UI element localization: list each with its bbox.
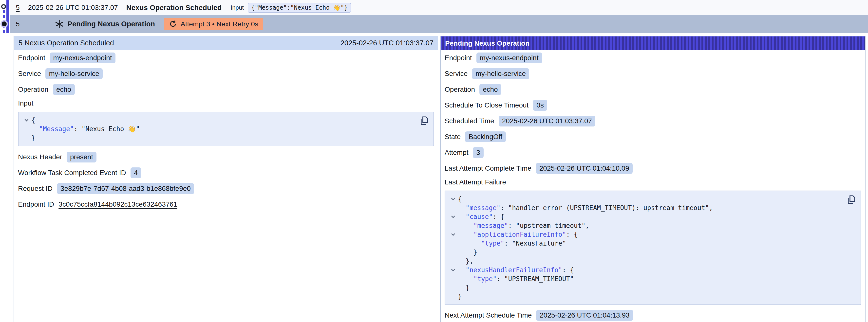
code-gutter [448, 221, 458, 230]
code-line: }, [458, 257, 473, 265]
field-label: Service [444, 70, 468, 78]
field-value-badge: my-hello-service [472, 68, 529, 79]
field-row: State BackingOff [444, 129, 865, 145]
collapse-chevron-icon[interactable] [451, 214, 455, 218]
code-gutter [448, 239, 458, 248]
copy-icon [846, 195, 857, 205]
code-line: } [458, 283, 469, 292]
event-id-link[interactable]: 5 [16, 20, 20, 28]
field-row: Nexus Header present [18, 149, 438, 165]
code-line: "applicationFailureInfo": { [458, 230, 578, 239]
code-line: "type": "UPSTREAM_TIMEOUT" [458, 275, 574, 283]
field-row: Request ID 3e829b7e-7d67-4b08-aad3-b1e86… [18, 181, 438, 196]
field-label: Last Attempt Complete Time [444, 164, 531, 172]
field-label: Endpoint ID [18, 200, 54, 208]
code-gutter [448, 283, 458, 292]
field-label: Endpoint [18, 54, 45, 62]
field-row: Next Attempt Schedule Time 2025-02-26 UT… [444, 308, 865, 322]
code-gutter [448, 257, 458, 265]
code-gutter [448, 195, 458, 203]
code-line: "nexusHandlerFailureInfo": { [458, 265, 574, 275]
retry-status-badge: Attempt 3 • Next Retry 0s [164, 18, 263, 30]
event-row-scheduled[interactable]: 5 2025-02-26 UTC 01:03:37.07 Nexus Opera… [10, 0, 868, 15]
collapse-chevron-icon[interactable] [24, 117, 28, 121]
code-gutter [22, 133, 31, 142]
code-line: } [31, 133, 35, 142]
code-line: "message": "upstream timeout", [458, 221, 589, 230]
pending-asterisk-icon [54, 19, 64, 29]
field-label: Next Attempt Schedule Time [444, 312, 532, 319]
failure-section-label-row: Last Attempt Failure [444, 176, 865, 188]
field-label: Nexus Header [18, 153, 62, 161]
field-label: Operation [18, 86, 49, 93]
event-id-link[interactable]: 5 [16, 4, 20, 11]
failure-json-viewer: { "message": "handler error (UPSTREAM_TI… [444, 191, 861, 305]
code-line: "type": "NexusFailure" [458, 239, 566, 248]
field-label: Scheduled Time [444, 117, 494, 125]
endpoint-id-link[interactable]: 3c0c75ccfa8144b092c13ce632463761 [59, 200, 177, 208]
field-row: Workflow Task Completed Event ID 4 [18, 165, 438, 181]
scheduled-panel-timestamp: 2025-02-26 UTC 01:03:37.07 [340, 39, 434, 47]
field-row: Service my-hello-service [18, 66, 438, 82]
field-label: Schedule To Close Timeout [444, 101, 528, 109]
field-label: Endpoint [444, 54, 472, 62]
field-value-badge: BackingOff [465, 131, 505, 142]
field-label: Service [18, 70, 41, 78]
timeline-event-dot-filled [2, 22, 7, 26]
retry-badge-label: Attempt 3 • Next Retry 0s [181, 20, 258, 28]
code-gutter [448, 248, 458, 257]
field-row: Endpoint my-nexus-endpoint [444, 50, 865, 66]
pending-panel-title: Pending Nexus Operation [445, 39, 529, 47]
field-value-badge: 2025-02-26 UTC 01:04:13.93 [536, 310, 633, 321]
input-json-viewer: { "Message": "Nexus Echo 👋"} [18, 112, 434, 146]
event-detail-panels: 5 Nexus Operation Scheduled 2025-02-26 U… [13, 36, 866, 322]
code-line: { [458, 195, 462, 203]
collapse-chevron-icon[interactable] [451, 196, 455, 200]
code-line: "message": "handler error (UPSTREAM_TIME… [458, 203, 713, 212]
failure-section-label: Last Attempt Failure [444, 178, 506, 186]
field-label: Operation [444, 86, 475, 93]
code-gutter [448, 230, 458, 239]
field-label: State [444, 133, 461, 141]
field-value-badge: my-hello-service [45, 68, 103, 79]
field-row: Schedule To Close Timeout 0s [444, 97, 865, 113]
code-gutter [448, 212, 458, 221]
timeline-event-dot-open [1, 4, 6, 9]
scheduled-detail-panel: 5 Nexus Operation Scheduled 2025-02-26 U… [13, 36, 438, 322]
field-value-badge: echo [479, 84, 501, 95]
retry-icon [169, 20, 177, 28]
field-row: Scheduled Time 2025-02-26 UTC 01:03:37.0… [444, 113, 865, 129]
field-row: Operation echo [18, 82, 438, 97]
copy-button[interactable] [846, 195, 857, 205]
field-value-badge: 2025-02-26 UTC 01:03:37.07 [499, 116, 595, 127]
code-gutter [448, 275, 458, 283]
event-title: Nexus Operation Scheduled [126, 4, 222, 12]
input-section-label: Input [18, 99, 33, 107]
field-row: Attempt 3 [444, 145, 865, 161]
pending-title: Pending Nexus Operation [68, 20, 155, 28]
field-row: Endpoint my-nexus-endpoint [18, 50, 438, 66]
code-line: } [458, 292, 462, 301]
field-value-badge: 3 [473, 147, 484, 158]
field-label: Attempt [444, 149, 468, 157]
code-gutter [448, 265, 458, 275]
event-row-pending[interactable]: 5 Pending Nexus Operation Attempt 3 • Ne… [10, 15, 868, 33]
pending-panel-header: Pending Nexus Operation [441, 36, 865, 50]
field-label: Workflow Task Completed Event ID [18, 169, 126, 177]
collapse-chevron-icon[interactable] [451, 232, 455, 236]
field-value-badge: echo [53, 84, 75, 95]
event-input-chip[interactable]: {"Message":"Nexus Echo 👋"} [248, 3, 351, 12]
field-value-badge: my-nexus-endpoint [50, 53, 116, 63]
copy-button[interactable] [419, 116, 430, 127]
input-section-label-row: Input [18, 97, 438, 109]
code-gutter [22, 116, 31, 125]
field-value-badge: 3e829b7e-7d67-4b08-aad3-b1e868bfe9e0 [57, 183, 194, 194]
code-line: "Message": "Nexus Echo 👋" [31, 125, 140, 133]
field-value-badge: 0s [533, 100, 547, 111]
field-row: Operation echo [444, 82, 865, 97]
collapse-chevron-icon[interactable] [451, 267, 455, 271]
event-timestamp: 2025-02-26 UTC 01:03:37.07 [28, 4, 118, 11]
field-row: Last Attempt Complete Time 2025-02-26 UT… [444, 161, 865, 176]
code-gutter [448, 203, 458, 212]
code-gutter [22, 125, 31, 133]
